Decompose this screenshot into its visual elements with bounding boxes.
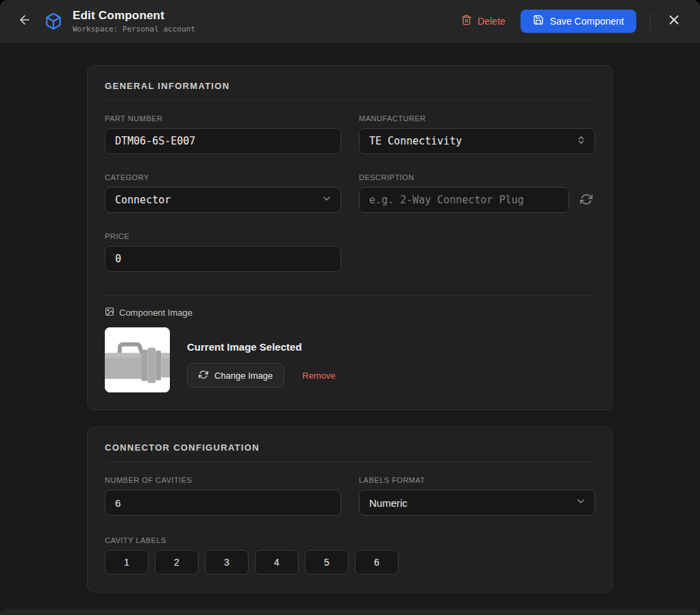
refresh-icon	[199, 370, 208, 381]
description-field-group: DESCRIPTION	[359, 173, 595, 213]
refresh-icon	[580, 193, 592, 208]
price-field-group: PRICE	[105, 232, 341, 272]
part-number-field-group: PART NUMBER	[105, 114, 341, 154]
change-image-button[interactable]: Change Image	[187, 363, 284, 388]
chevron-down-icon	[575, 496, 586, 510]
price-input[interactable]	[105, 246, 341, 272]
workspace-label: Workspace: Personal account	[73, 25, 195, 34]
category-select[interactable]: Connector	[105, 187, 341, 213]
description-label: DESCRIPTION	[359, 173, 595, 181]
bottom-panel-edge	[0, 609, 700, 615]
delete-button[interactable]: Delete	[454, 9, 512, 33]
image-status-text: Current Image Selected	[187, 341, 336, 353]
part-number-input[interactable]	[105, 128, 341, 154]
delete-button-label: Delete	[477, 16, 505, 27]
manufacturer-value: TE Connectivity	[369, 135, 462, 147]
regenerate-description-button[interactable]	[577, 191, 595, 209]
category-field-group: CATEGORY Connector	[105, 173, 341, 213]
cavity-label-input[interactable]: 1	[105, 550, 149, 575]
labels-format-label: LABELS FORMAT	[359, 476, 595, 484]
component-image-label: Component Image	[119, 308, 192, 318]
chevrons-up-down-icon	[576, 135, 586, 148]
close-button[interactable]	[664, 12, 684, 31]
arrow-left-icon	[18, 13, 32, 29]
save-component-button[interactable]: Save Component	[521, 10, 636, 33]
labels-format-value: Numeric	[369, 497, 408, 509]
number-of-cavities-label: NUMBER OF CAVITIES	[105, 476, 341, 484]
chevron-down-icon	[321, 193, 332, 207]
cavity-label-input[interactable]: 3	[205, 550, 249, 575]
section-title-connector: CONNECTOR CONFIGURATION	[105, 442, 595, 462]
page-title: Edit Component	[73, 9, 195, 23]
labels-format-field-group: LABELS FORMAT Numeric	[359, 476, 595, 516]
connector-photo	[105, 327, 170, 392]
general-information-card: GENERAL INFORMATION PART NUMBER MANUFACT…	[87, 65, 613, 410]
save-icon	[533, 14, 544, 27]
cavity-label-input[interactable]: 4	[255, 550, 299, 575]
manufacturer-label: MANUFACTURER	[359, 114, 595, 123]
cavity-labels-row: 123456	[105, 550, 595, 575]
cavity-label-input[interactable]: 6	[355, 550, 399, 575]
connector-configuration-card: CONNECTOR CONFIGURATION NUMBER OF CAVITI…	[87, 427, 613, 592]
remove-image-button[interactable]: Remove	[302, 371, 335, 381]
image-icon	[105, 307, 114, 318]
labels-format-select[interactable]: Numeric	[359, 490, 595, 516]
category-value: Connector	[115, 194, 171, 206]
trash-icon	[461, 14, 472, 27]
manufacturer-field-group: MANUFACTURER TE Connectivity	[359, 114, 595, 154]
change-image-label: Change Image	[214, 371, 273, 381]
component-image-thumbnail[interactable]	[105, 327, 170, 392]
save-button-label: Save Component	[550, 16, 624, 27]
cavity-label-input[interactable]: 5	[305, 550, 349, 575]
cavity-label-input[interactable]: 2	[155, 550, 199, 575]
number-of-cavities-input[interactable]	[105, 490, 341, 516]
box-3d-icon	[44, 12, 63, 31]
header-bar: Edit Component Workspace: Personal accou…	[0, 0, 700, 42]
part-number-label: PART NUMBER	[105, 114, 341, 123]
back-button[interactable]	[16, 13, 33, 29]
description-input[interactable]	[359, 187, 569, 213]
cavity-labels-label: CAVITY LABELS	[105, 536, 595, 544]
section-title-general: GENERAL INFORMATION	[105, 81, 595, 101]
price-label: PRICE	[105, 232, 341, 240]
close-icon	[666, 12, 682, 29]
manufacturer-select[interactable]: TE Connectivity	[359, 128, 595, 154]
category-label: CATEGORY	[105, 173, 341, 181]
section-divider	[105, 295, 595, 296]
header-divider	[650, 12, 651, 30]
cavities-field-group: NUMBER OF CAVITIES	[105, 476, 341, 516]
